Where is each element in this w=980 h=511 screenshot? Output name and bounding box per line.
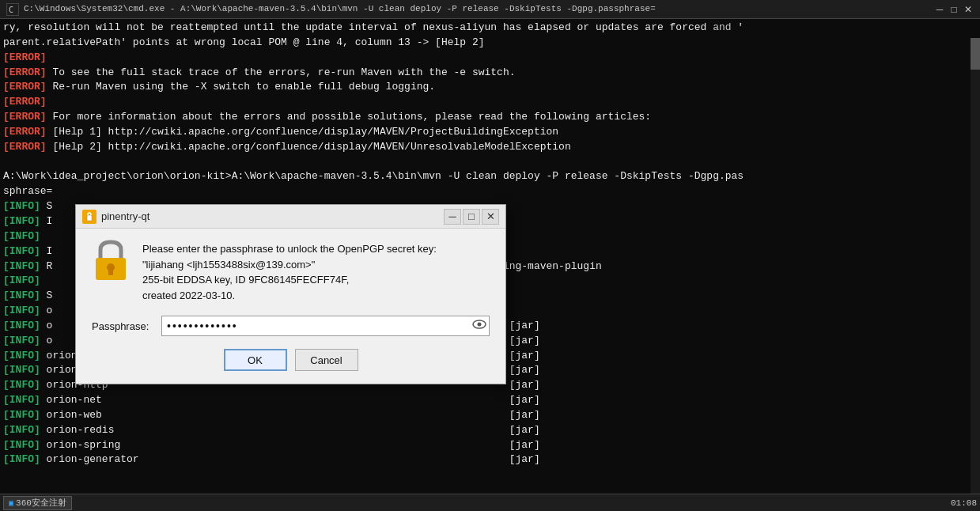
line-2: parent.relativePath' points at wrong loc… [3, 36, 977, 51]
close-button[interactable]: ✕ [963, 4, 974, 15]
line-26: [INFO] orion-net [jar] [3, 393, 977, 408]
taskbar-item-label: 360安全注射 [16, 497, 66, 509]
dialog-message-line3: 255-bit EDDSA key, ID 9FC86145FECFF74F, [142, 272, 437, 288]
dialog-message-line4: created 2022-03-10. [142, 288, 437, 304]
dialog-icon [82, 210, 96, 224]
terminal-title: C:\Windows\System32\cmd.exe - A:\Work\ap… [24, 3, 656, 16]
line-12: sphrase= [3, 184, 977, 199]
lock-icon [93, 239, 129, 289]
ok-button[interactable]: OK [224, 349, 287, 371]
svg-rect-3 [87, 215, 92, 221]
taskbar-time: 01:08 [951, 498, 977, 508]
dialog-text: Please enter the passphrase to unlock th… [142, 241, 437, 303]
line-30: [INFO] orion-generator [jar] [3, 452, 977, 467]
line-1: ry, resolution will not be reattempted u… [3, 21, 977, 36]
passphrase-input-wrap [161, 316, 490, 336]
svg-rect-6 [108, 269, 113, 275]
line-10 [3, 155, 977, 170]
line-3: [ERROR] [3, 51, 977, 66]
line-7: [ERROR] For more information about the e… [3, 110, 977, 125]
title-bar-left: C C:\Windows\System32\cmd.exe - A:\Work\… [6, 3, 656, 16]
scrollbar[interactable] [971, 38, 980, 511]
scrollbar-thumb[interactable] [971, 38, 980, 70]
taskbar-item-icon: ▣ [9, 498, 13, 508]
dialog-body: Please enter the passphrase to unlock th… [76, 229, 505, 384]
passphrase-label: Passphrase: [92, 320, 155, 332]
maximize-button[interactable]: □ [948, 4, 959, 15]
cmd-icon: C [6, 3, 19, 16]
line-29: [INFO] orion-spring [jar] [3, 438, 977, 453]
line-11: A:\Work\idea_project\orion\orion-kit>A:\… [3, 169, 977, 184]
dialog-title-bar: pinentry-qt ─ □ ✕ [76, 205, 505, 229]
passphrase-row: Passphrase: [92, 316, 490, 336]
taskbar-item-360[interactable]: ▣ 360安全注射 [3, 496, 72, 510]
line-4: [ERROR] To see the full stack trace of t… [3, 66, 977, 81]
svg-text:C: C [9, 6, 13, 14]
lock-icon-wrap [92, 241, 130, 286]
line-28: [INFO] orion-redis [jar] [3, 423, 977, 438]
pinentry-dialog: pinentry-qt ─ □ ✕ [75, 204, 506, 384]
line-8: [ERROR] [Help 1] http://cwiki.apache.org… [3, 125, 977, 140]
dialog-minimize-button[interactable]: ─ [444, 209, 461, 225]
svg-point-8 [478, 323, 482, 327]
dialog-maximize-button[interactable]: □ [463, 209, 480, 225]
dialog-message-row: Please enter the passphrase to unlock th… [92, 241, 490, 303]
dialog-title-controls: ─ □ ✕ [444, 209, 499, 225]
dialog-message-line1: Please enter the passphrase to unlock th… [142, 241, 437, 257]
dialog-message-line2: "lijiahang <ljh1553488six@139.com>" [142, 257, 437, 273]
eye-icon[interactable] [472, 319, 486, 333]
line-27: [INFO] orion-web [jar] [3, 408, 977, 423]
title-bar-controls: ─ □ ✕ [934, 4, 974, 15]
dialog-buttons: OK Cancel [92, 349, 490, 371]
passphrase-input[interactable] [161, 316, 490, 336]
minimize-button[interactable]: ─ [934, 4, 945, 15]
dialog-title-left: pinentry-qt [82, 210, 149, 224]
dialog-title-text: pinentry-qt [101, 210, 149, 222]
dialog-close-button[interactable]: ✕ [482, 209, 499, 225]
cancel-button[interactable]: Cancel [295, 349, 358, 371]
taskbar: ▣ 360安全注射 01:08 [0, 494, 980, 511]
line-5: [ERROR] Re-run Maven using the -X switch… [3, 80, 977, 95]
line-9: [ERROR] [Help 2] http://cwiki.apache.org… [3, 140, 977, 155]
line-6: [ERROR] [3, 95, 977, 110]
terminal-title-bar: C C:\Windows\System32\cmd.exe - A:\Work\… [0, 0, 980, 19]
